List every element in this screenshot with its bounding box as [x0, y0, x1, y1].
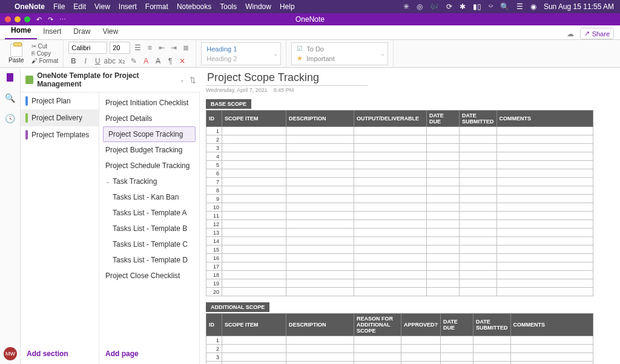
table-row[interactable]: 3 — [206, 144, 593, 152]
table-cell[interactable] — [427, 127, 460, 135]
menu-notebooks[interactable]: Notebooks — [177, 2, 211, 11]
table-cell[interactable] — [286, 127, 354, 135]
table-cell[interactable] — [286, 152, 354, 161]
status-icon-3[interactable]: 🎶 — [430, 2, 439, 11]
table-cell[interactable] — [510, 345, 593, 353]
table-cell[interactable] — [496, 178, 593, 186]
table-cell[interactable] — [286, 135, 354, 144]
table-cell[interactable] — [286, 345, 354, 353]
table-cell[interactable] — [286, 237, 354, 245]
clear-format-icon[interactable]: A̶ — [153, 56, 163, 66]
table-cell[interactable] — [286, 336, 354, 345]
table-cell[interactable] — [286, 254, 354, 262]
table-cell[interactable] — [496, 135, 593, 144]
table-cell[interactable] — [496, 262, 593, 271]
table-cell[interactable] — [427, 245, 460, 254]
outdent-icon[interactable]: ⇤ — [157, 43, 167, 53]
table-cell[interactable] — [441, 362, 473, 365]
minimize-window-button[interactable] — [15, 16, 21, 22]
menu-view[interactable]: View — [94, 2, 110, 11]
table-cell[interactable] — [222, 254, 286, 262]
alignment-icon[interactable]: ≣ — [181, 43, 191, 53]
table-row[interactable]: 19 — [206, 279, 593, 288]
avatar[interactable]: MW — [4, 347, 17, 360]
table-cell[interactable] — [286, 262, 354, 271]
table-cell[interactable] — [222, 336, 286, 345]
table-cell[interactable] — [460, 220, 497, 229]
table-cell[interactable] — [496, 212, 593, 220]
table-cell[interactable] — [427, 195, 460, 203]
table-cell[interactable] — [496, 288, 593, 296]
table-cell[interactable] — [441, 336, 473, 345]
italic-icon[interactable]: I — [81, 56, 90, 66]
table-cell[interactable] — [427, 212, 460, 220]
status-icon-1[interactable]: ✳ — [403, 2, 409, 11]
table-cell[interactable] — [354, 186, 427, 195]
table-cell[interactable] — [222, 127, 286, 135]
font-name-select[interactable] — [68, 42, 107, 54]
table-cell[interactable] — [427, 288, 460, 296]
page-item[interactable]: Tasks List - Template D — [99, 252, 199, 268]
table-cell[interactable] — [286, 212, 354, 220]
table-cell[interactable] — [354, 254, 427, 262]
table-cell[interactable] — [354, 178, 427, 186]
undo-icon[interactable]: ↶ — [36, 16, 42, 24]
table-row[interactable]: 3 — [206, 353, 593, 362]
table-row[interactable]: 8 — [206, 186, 593, 195]
page-item[interactable]: Tasks List - Template B — [99, 221, 199, 236]
font-size-select[interactable] — [110, 42, 130, 54]
table-cell[interactable] — [496, 186, 593, 195]
table-row[interactable]: 13 — [206, 229, 593, 237]
table-cell[interactable] — [460, 195, 497, 203]
table-cell[interactable] — [222, 279, 286, 288]
table-cell[interactable] — [286, 279, 354, 288]
table-cell[interactable] — [222, 212, 286, 220]
table-cell[interactable] — [427, 186, 460, 195]
menu-help[interactable]: Help — [280, 2, 295, 11]
menu-edit[interactable]: Edit — [73, 2, 86, 11]
table-cell[interactable] — [354, 152, 427, 161]
tab-view[interactable]: View — [96, 25, 124, 39]
table-cell[interactable] — [460, 237, 497, 245]
table-cell[interactable] — [354, 237, 427, 245]
table-cell[interactable] — [286, 353, 354, 362]
indent-icon[interactable]: ⇥ — [169, 43, 179, 53]
clock[interactable]: Sun Aug 15 11:55 AM — [544, 2, 614, 11]
table-row[interactable]: 17 — [206, 262, 593, 271]
table-cell[interactable] — [460, 288, 497, 296]
table-cell[interactable] — [496, 144, 593, 152]
number-list-icon[interactable]: ≡ — [145, 43, 154, 53]
table-cell[interactable] — [354, 353, 401, 362]
table-cell[interactable] — [496, 245, 593, 254]
tags-pane[interactable]: ☑To Do ★Important ⌄ — [291, 42, 388, 65]
strike-icon[interactable]: abc — [105, 56, 114, 66]
table-cell[interactable] — [460, 161, 497, 169]
table-cell[interactable] — [460, 135, 497, 144]
table-cell[interactable] — [427, 220, 460, 229]
page-item[interactable]: ⌄Task Tracking — [99, 174, 199, 189]
search-icon[interactable]: 🔍 — [500, 2, 509, 11]
subscript-icon[interactable]: x₂ — [117, 56, 127, 66]
table-cell[interactable] — [286, 271, 354, 279]
table-cell[interactable] — [354, 161, 427, 169]
table-row[interactable]: 6 — [206, 169, 593, 178]
table-cell[interactable] — [354, 203, 427, 212]
table-cell[interactable] — [286, 169, 354, 178]
table-cell[interactable] — [286, 195, 354, 203]
table-cell[interactable] — [222, 169, 286, 178]
table-cell[interactable] — [354, 135, 427, 144]
table-cell[interactable] — [460, 178, 497, 186]
table-cell[interactable] — [496, 203, 593, 212]
table-cell[interactable] — [354, 220, 427, 229]
table-cell[interactable] — [427, 144, 460, 152]
table-row[interactable]: 15 — [206, 245, 593, 254]
table-cell[interactable] — [222, 288, 286, 296]
table-cell[interactable] — [496, 169, 593, 178]
section-item[interactable]: Project Delivery — [21, 109, 99, 126]
table-cell[interactable] — [427, 254, 460, 262]
table-cell[interactable] — [286, 203, 354, 212]
table-cell[interactable] — [222, 220, 286, 229]
format-painter-button[interactable]: 🖌Format — [31, 57, 59, 64]
table-cell[interactable] — [427, 152, 460, 161]
section-item[interactable]: Project Templates — [21, 126, 99, 143]
